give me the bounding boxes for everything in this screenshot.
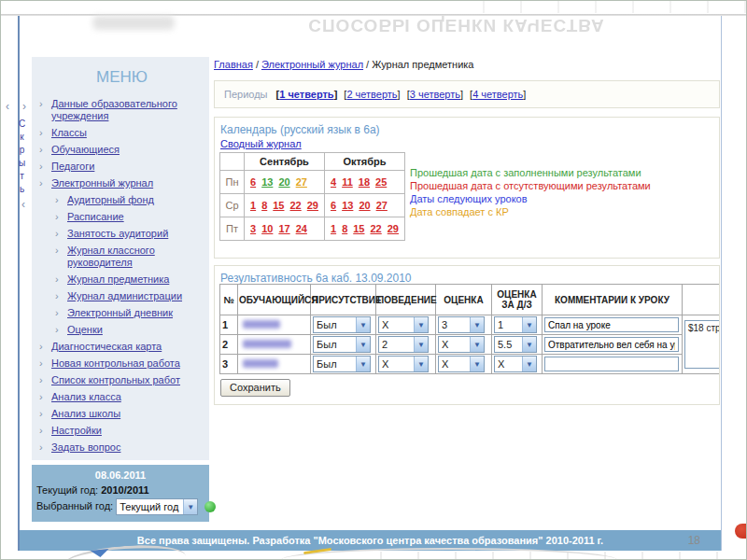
mark-select[interactable]: X▼	[438, 336, 485, 353]
behavior-select[interactable]: X▼	[378, 356, 429, 372]
calendar-date[interactable]: 22	[371, 223, 382, 234]
sidebar-item-class-teacher-journal[interactable]: ›Журнал классного руководителя	[54, 245, 205, 269]
breadcrumb-home-link[interactable]: Главная	[214, 59, 253, 70]
homework-textarea[interactable]: $18 стр с 5	[684, 320, 720, 369]
chevron-right-icon: ›	[55, 273, 59, 286]
chevron-right-icon: ›	[55, 324, 59, 336]
calendar-date[interactable]: 27	[296, 176, 307, 188]
calendar-date[interactable]: 10	[261, 223, 273, 234]
sidebar-item-class-analysis[interactable]: ›Анализ класса	[38, 391, 205, 403]
student-name-redacted[interactable]	[243, 359, 278, 368]
comment-input[interactable]	[544, 337, 679, 352]
calendar-date[interactable]: 13	[342, 200, 353, 211]
calendar-date[interactable]: 6	[250, 176, 256, 188]
sidebar-menu: МЕНЮ ›Данные образовательного учреждения…	[32, 57, 209, 460]
calendar-date[interactable]: 13	[261, 176, 273, 188]
calendar-date[interactable]: 20	[359, 200, 370, 211]
sidebar-item-diagnostic-map[interactable]: ›Диагностическая карта	[38, 341, 205, 353]
calendar-date[interactable]: 8	[342, 223, 347, 234]
chevron-down-icon: ▼	[414, 317, 428, 332]
period-q1[interactable]: [1 четверть]	[276, 89, 338, 100]
presence-select[interactable]: Был▼	[313, 336, 371, 353]
period-q4[interactable]: [4 четверть]	[470, 89, 526, 100]
calendar-date[interactable]: 20	[278, 176, 289, 188]
save-button[interactable]: Сохранить	[220, 379, 290, 397]
calendar-date[interactable]: 1	[250, 200, 256, 211]
sidebar-item-ediary[interactable]: ›Электронный дневник	[54, 307, 205, 319]
sidebar-item-students[interactable]: ›Обучающиеся	[38, 144, 205, 156]
copyright-text: Все права защищены. Разработка "Московск…	[137, 535, 603, 546]
collapse-sidebar-label[interactable]: Скрыть	[17, 119, 27, 197]
breadcrumb-current: Журнал предметника	[372, 59, 473, 70]
sidebar-item-marks[interactable]: ›Оценки	[54, 324, 205, 336]
row-number: 1	[220, 315, 238, 335]
sidebar-item-schedule[interactable]: ›Расписание	[54, 211, 205, 223]
sidebar-item-school-analysis[interactable]: ›Анализ школы	[38, 408, 205, 420]
calendar-date[interactable]: 25	[375, 176, 387, 188]
calendar-date[interactable]: 15	[353, 223, 364, 234]
chevron-down-icon: ▼	[356, 317, 370, 332]
calendar-date[interactable]: 1	[331, 223, 336, 234]
apply-year-icon[interactable]	[204, 501, 216, 512]
sidebar-item-audience-fund[interactable]: ›Аудиторный фонд	[54, 194, 205, 206]
sidebar-item-new-test[interactable]: ›Новая контрольная работа	[38, 357, 205, 370]
behavior-select[interactable]: X▼	[378, 316, 429, 333]
presence-select[interactable]: Был▼	[313, 316, 371, 333]
comment-input[interactable]	[544, 317, 679, 332]
chevron-right-icon: ›	[39, 127, 43, 139]
calendar-date[interactable]: 27	[376, 200, 388, 211]
mark-select[interactable]: 3▼	[438, 316, 485, 333]
student-name-redacted[interactable]	[243, 320, 280, 329]
mark-select[interactable]: X▼	[438, 356, 485, 372]
calendar-date[interactable]: 8	[261, 200, 267, 211]
calendar-date[interactable]: 6	[331, 200, 336, 211]
summary-journal-link[interactable]: Сводный журнал	[220, 138, 302, 149]
calendar-date[interactable]: 4	[331, 176, 336, 188]
sidebar-item-room-occupancy[interactable]: ›Занятость аудиторий	[54, 228, 205, 240]
calendar-title: Календарь (русский язык в 6а)	[220, 123, 719, 136]
sidebar-item-settings[interactable]: ›Настройки	[38, 425, 205, 437]
table-row: 1 Был▼ X▼ 3▼ 1▼ $18 стр с 5	[220, 315, 721, 335]
col-header-num: №	[220, 285, 238, 315]
breadcrumb: Главная/Электронный журнал/Журнал предме…	[214, 59, 473, 70]
calendar-date[interactable]: 18	[359, 176, 370, 188]
calendar-day-fri: Пт	[220, 217, 245, 241]
collapse-chevron-left-icon[interactable]: ‹	[6, 101, 9, 112]
sidebar-item-ask-question[interactable]: ›Задать вопрос	[38, 441, 205, 454]
legend-missing-results: Прошедшая дата с отсутствующими результа…	[410, 179, 651, 192]
calendar-date[interactable]: 15	[273, 200, 284, 211]
collapse-chevron-bottom-icon[interactable]: ‹	[21, 199, 25, 210]
calendar-date[interactable]: 22	[290, 200, 302, 211]
period-q2[interactable]: [2 четверть]	[344, 89, 400, 100]
sidebar-item-classes[interactable]: ›Классы	[38, 127, 205, 139]
period-q3[interactable]: [3 четверть]	[407, 89, 463, 100]
calendar-date[interactable]: 29	[388, 223, 399, 234]
year-panel: 08.06.2011 Текущий год: 2010/2011 Выбран…	[32, 465, 209, 522]
calendar-date[interactable]: 3	[250, 223, 256, 234]
sidebar-item-org-data[interactable]: ›Данные образовательного учреждения	[38, 98, 205, 122]
behavior-select[interactable]: 2▼	[378, 336, 429, 353]
year-select[interactable]: Текущий год ▼	[116, 498, 198, 515]
hw-mark-select[interactable]: 5.5▼	[494, 336, 537, 353]
calendar-month-september: Сентябрь	[245, 153, 325, 171]
hw-mark-select[interactable]: 1▼	[494, 316, 537, 333]
presence-select[interactable]: Был▼	[313, 356, 371, 372]
breadcrumb-ejournal-link[interactable]: Электронный журнал	[261, 59, 363, 70]
student-name-redacted[interactable]	[243, 340, 291, 348]
sidebar-item-subject-journal[interactable]: ›Журнал предметника	[54, 273, 205, 286]
sidebar-item-admin-journal[interactable]: ›Журнал администрации	[54, 290, 205, 302]
calendar-date[interactable]: 11	[342, 176, 353, 188]
calendar-date[interactable]: 24	[296, 223, 307, 234]
periods-label: Периоды	[224, 89, 268, 100]
calendar-legend: Прошедшая дата с заполненными результата…	[410, 166, 651, 218]
calendar-day-mon: Пн	[220, 171, 245, 194]
sidebar-item-ejournal[interactable]: ›Электронный журнал	[38, 177, 205, 189]
hw-mark-select[interactable]: X▼	[494, 356, 537, 372]
calendar-date[interactable]: 29	[307, 200, 318, 211]
slide-canvas: СПОСОБЫ ОЦЕНКИ КАЧЕСТВА ‹ › Скрыть ‹ МЕН…	[0, 0, 747, 560]
sidebar-item-teachers[interactable]: ›Педагоги	[38, 161, 205, 173]
collapse-chevron-right-icon[interactable]: ›	[22, 101, 26, 112]
sidebar-item-test-list[interactable]: ›Список контрольных работ	[38, 374, 205, 386]
comment-input[interactable]	[544, 357, 679, 371]
calendar-date[interactable]: 17	[278, 223, 289, 234]
